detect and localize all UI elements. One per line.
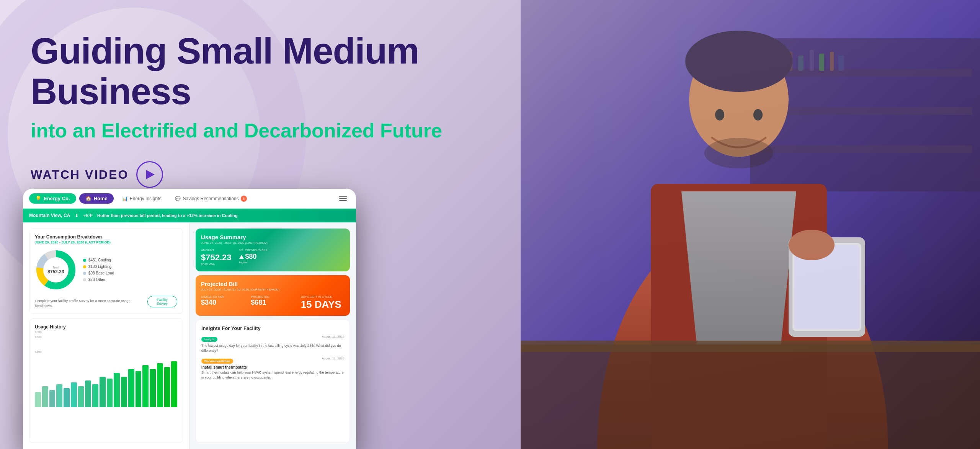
insight-item-2: Recommendation August 11, 2020 Install s… (201, 357, 344, 380)
watch-video-label: WATCH VIDEO (31, 168, 129, 182)
usage-label: USAGE SO FAR (201, 295, 245, 299)
vs-previous-value: $80 (239, 253, 268, 261)
background-photo-area (521, 0, 980, 449)
bar-5 (64, 388, 70, 407)
consumption-card: Your Consumption Breakdown JUNE 26, 2020… (29, 229, 183, 314)
watch-video-section: WATCH VIDEO (31, 161, 494, 188)
svg-rect-11 (830, 52, 834, 71)
svg-point-23 (715, 109, 724, 121)
donut-center: Total $752.23 (47, 266, 64, 274)
insight-text-1: The lowest usage day for your facility i… (201, 343, 344, 353)
projected-label: PROJECTED (251, 295, 294, 299)
history-title: Usage History (35, 324, 177, 330)
usage-summary-period: JUNE 26, 2020 - JULY 26, 2020 (LAST PERI… (201, 241, 345, 245)
projected-fig: PROJECTED $681 (251, 295, 294, 310)
location-label: Mountain View, CA (29, 213, 70, 218)
amount-value: $752.23 (201, 253, 232, 263)
y-800: $800 (35, 330, 42, 334)
bar-17 (150, 369, 156, 407)
cooling-dot (83, 259, 86, 262)
consumption-title: Your Consumption Breakdown (35, 234, 177, 240)
days-left-fig: DAYS LEFT IN CYCLE 15 DAYS (301, 295, 345, 310)
chat-icon: 💬 (175, 196, 181, 201)
dashboard-nav: 💡 Energy Co. 🏠 Home 📊 Energy Insights 💬 … (23, 189, 356, 209)
bar-10 (100, 377, 106, 407)
svg-rect-3 (758, 107, 972, 115)
main-headline: Guiding Small Medium Business (31, 31, 494, 111)
savings-recommendations-nav[interactable]: 💬 Savings Recommendations 3 (170, 193, 252, 204)
projected-figures: USAGE SO FAR $340 PROJECTED $681 DAYS LE… (201, 295, 345, 310)
insight-text-2: Smart thermostats can help your HVAC sys… (201, 370, 344, 380)
vs-sub: higher (239, 261, 268, 264)
history-chart-area: $800 $600 $400 (35, 330, 177, 407)
bar-18 (157, 363, 163, 407)
insights-card: Insights For Your Facility Insight Augus… (196, 320, 350, 443)
y-600: $600 (35, 335, 177, 339)
dashboard-screen: 💡 Energy Co. 🏠 Home 📊 Energy Insights 💬 … (23, 189, 356, 449)
hamburger-menu[interactable] (336, 193, 350, 204)
savings-badge: 3 (241, 196, 247, 202)
nav-brand[interactable]: 💡 Energy Co. (29, 193, 76, 204)
consumption-period: JUNE 26, 2020 - JULY 26, 2020 (LAST PERI… (35, 240, 177, 244)
play-button[interactable] (136, 161, 163, 188)
legend-cooling: $451 Cooling (83, 258, 114, 262)
usage-so-far: USAGE SO FAR $340 (201, 295, 245, 310)
y-400: $400 (35, 350, 177, 354)
svg-point-24 (753, 109, 763, 121)
bar-4 (56, 384, 62, 407)
temp-delta: +5°F (83, 213, 93, 218)
svg-rect-8 (798, 56, 804, 71)
facility-survey-button[interactable]: Facility Survey (147, 296, 177, 307)
lighting-label: $130 Lighting (88, 265, 111, 269)
play-icon (146, 170, 155, 179)
insight-date-2: August 11, 2020 (322, 357, 344, 360)
legend-lighting: $130 Lighting (83, 265, 114, 269)
bar-7 (78, 386, 84, 407)
svg-rect-22 (521, 341, 980, 352)
usage-figures: AMOUNT $752.23 $530 kWh VS. PREVIOUS BIL… (201, 248, 345, 266)
weather-message: Hotter than previous bill period, leadin… (97, 213, 237, 218)
weather-bar: Mountain View, CA 🌡 +5°F Hotter than pre… (23, 209, 356, 222)
projected-period: JULY 27, 2020 - AUGUST 26, 2020 (CURRENT… (201, 288, 345, 291)
projected-value: $681 (251, 299, 294, 307)
dashboard-left-column: Your Consumption Breakdown JUNE 26, 2020… (23, 222, 189, 449)
svg-point-25 (704, 138, 773, 168)
bar-8 (85, 380, 91, 407)
base-load-dot (83, 272, 86, 275)
projected-bill-card: Projected Bill JULY 27, 2020 - AUGUST 26… (196, 275, 350, 316)
amount-sub: $530 kWh (201, 263, 232, 266)
bar-19 (164, 367, 170, 407)
home-icon: 🏠 (85, 196, 91, 201)
energy-insights-nav[interactable]: 📊 Energy Insights (117, 194, 167, 204)
bar-13 (121, 377, 127, 407)
legend-items: $451 Cooling $130 Lighting $98 Base Load (83, 258, 114, 282)
svg-rect-10 (819, 54, 824, 71)
background-svg (521, 0, 980, 449)
savings-label: Savings Recommendations (183, 196, 238, 201)
cooling-label: $451 Cooling (88, 258, 111, 262)
facility-note: Complete your facility profile survey fo… (35, 299, 145, 308)
vs-value: $80 (245, 253, 257, 261)
insight-badge: Insight (201, 337, 217, 342)
dashboard-mockup: 💡 Energy Co. 🏠 Home 📊 Energy Insights 💬 … (23, 189, 356, 449)
other-label: $73 Other (88, 278, 105, 282)
insights-title: Insights For Your Facility (201, 325, 344, 331)
bulb-icon: 💡 (35, 196, 41, 201)
bar-2 (42, 386, 48, 407)
bar-16 (142, 365, 149, 407)
legend-other: $73 Other (83, 278, 114, 282)
nav-home[interactable]: 🏠 Home (79, 193, 114, 204)
other-dot (83, 278, 86, 281)
svg-rect-9 (810, 50, 814, 71)
rec-title: Install smart thermostats (201, 365, 344, 369)
vs-previous-figure: VS. PREVIOUS BILL $80 higher (239, 248, 268, 266)
facility-note-area: Complete your facility profile survey fo… (35, 295, 177, 308)
donut-total-label: Total (47, 266, 64, 269)
hamburger-line-1 (339, 196, 347, 197)
days-label: DAYS LEFT IN CYCLE (301, 295, 345, 299)
amount-figure: AMOUNT $752.23 $530 kWh (201, 248, 232, 266)
bar-12 (114, 373, 120, 407)
left-content-area: Guiding Small Medium Business into an El… (0, 0, 517, 449)
usage-history-card: Usage History $800 $600 $400 (29, 318, 183, 443)
usage-summary-title: Usage Summary (201, 234, 345, 240)
